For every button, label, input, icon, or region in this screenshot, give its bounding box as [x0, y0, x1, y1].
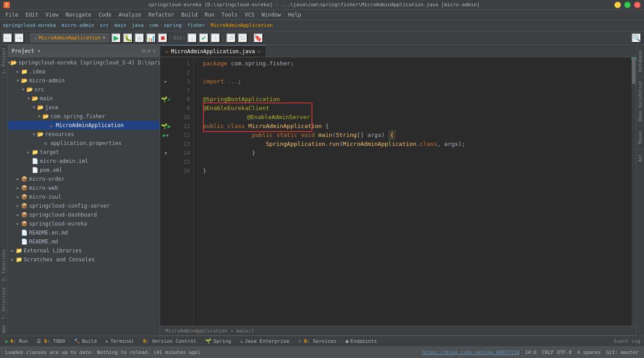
close-button[interactable]: ✕	[634, 2, 640, 8]
minimize-button[interactable]: –	[615, 2, 621, 8]
csdn-url[interactable]: https://blog.csdn.net/qq_40977118	[422, 349, 520, 355]
tree-item-springcloud-config-server[interactable]: ▶ 📦 springcloud-config-server	[8, 201, 160, 210]
menu-item-analyze[interactable]: Analyze	[115, 11, 145, 19]
nav-item-microadminapplication[interactable]: MicroAdminApplication	[210, 22, 273, 28]
tree-item-micro-admin-iml[interactable]: 📄 micro-admin.iml	[8, 157, 160, 166]
tree-item-java[interactable]: ▼ 📂 java	[8, 103, 160, 112]
tree-item-micro-web[interactable]: ▶ 📦 micro-web	[8, 183, 160, 192]
nav-item-main[interactable]: main	[114, 22, 126, 28]
tree-item-main[interactable]: ▼ 📂 main	[8, 94, 160, 103]
menu-item-window[interactable]: Window	[258, 11, 284, 19]
database-panel-tab[interactable]: Database	[638, 47, 643, 75]
favorites-tab[interactable]: 2: Favorites	[0, 247, 7, 284]
nav-item-src[interactable]: src	[100, 22, 109, 28]
indent-spaces[interactable]: 4 spaces	[577, 349, 601, 355]
spring-tab[interactable]: 🌱 Spring	[203, 337, 233, 345]
menu-item-help[interactable]: Help	[285, 11, 305, 19]
tree-item-readme[interactable]: 📄 README.md	[8, 237, 160, 246]
undo-button[interactable]: ↺	[226, 33, 236, 43]
git-commit[interactable]: ✔	[199, 33, 209, 43]
run-icon-11[interactable]: ▶	[168, 123, 171, 129]
scroll-thumb[interactable]	[632, 57, 636, 84]
run-tab[interactable]: ▶ 4: Run	[4, 337, 29, 345]
code-editor[interactable]: package com.spring.fisher; import ...; @…	[194, 57, 631, 326]
version-control-tab[interactable]: 9: Version Control	[141, 337, 198, 345]
git-push[interactable]: ↑	[210, 33, 220, 43]
git-branch[interactable]: Git: master	[606, 349, 639, 355]
cursor-position[interactable]: 14:6	[525, 349, 537, 355]
nav-item-springcloudeureka[interactable]: springcloud-eureka	[3, 22, 56, 28]
tree-item-springcloud-eureka-mod[interactable]: ▶ 📦 springcloud-eureka	[8, 219, 160, 228]
run-configuration[interactable]: ☕ MicroAdminApplication ▼	[30, 34, 109, 42]
build-tab[interactable]: 🔨 Build	[72, 337, 98, 345]
tree-item-springcloud-dashboard[interactable]: ▶ 📦 springcloud-dashboard	[8, 210, 160, 219]
run-icon-12[interactable]: ▶	[163, 132, 166, 138]
menu-item-code[interactable]: Code	[95, 11, 115, 19]
structure-tab[interactable]: 7: Structure	[0, 285, 7, 322]
bean-validation-panel-tab[interactable]: Bean Validation	[638, 77, 643, 125]
tree-item-idea[interactable]: ▶ 📁 .idea	[8, 67, 160, 76]
menu-item-view[interactable]: View	[42, 11, 62, 19]
tree-item-pom-xml[interactable]: 📄 pom.xml	[8, 166, 160, 175]
tree-item-readme-en[interactable]: 📄 README.en.md	[8, 228, 160, 237]
editor-scrollbar[interactable]	[631, 57, 636, 326]
menu-item-tools[interactable]: Tools	[218, 11, 241, 19]
project-close-icon[interactable]: ✕	[152, 47, 156, 54]
project-settings-icon[interactable]: ⊟	[142, 47, 146, 54]
tree-item-src[interactable]: ▼ 📂 src	[8, 85, 160, 94]
menu-item-build[interactable]: Build	[178, 11, 201, 19]
terminal-tab[interactable]: ▸ Terminal	[104, 337, 136, 345]
tree-item-application-properties[interactable]: ⚙ application.properties	[8, 139, 160, 148]
maximize-button[interactable]: □	[624, 2, 631, 8]
menu-item-navigate[interactable]: Navigate	[62, 11, 95, 19]
web-tab[interactable]: Web	[0, 322, 7, 336]
fold-icon-12[interactable]: ▼	[166, 133, 169, 138]
redo-button[interactable]: ↻	[238, 33, 248, 43]
maven-panel-tab[interactable]: Maven	[638, 127, 643, 148]
menu-item-file[interactable]: File	[2, 11, 22, 19]
nav-item-spring[interactable]: spring	[164, 22, 182, 28]
java-enterprise-tab[interactable]: ☕ Java Enterprise	[238, 337, 291, 345]
tree-item-MicroAdminApplication[interactable]: ☕ MicroAdminApplication	[8, 121, 160, 130]
run-button[interactable]: ▶	[111, 33, 121, 43]
line-endings[interactable]: CRLF UTF-8	[542, 349, 572, 355]
editor-tab-active[interactable]: ☕ MicroAdminApplication.java ✕	[160, 45, 266, 57]
project-tab[interactable]: 1: Project	[0, 45, 7, 77]
stop-button[interactable]: ■	[158, 33, 168, 43]
ant-panel-tab[interactable]: Ant	[638, 150, 643, 166]
tree-item-micro-zuul[interactable]: ▶ 📦 micro-zuul	[8, 192, 160, 201]
tree-item-com-spring-fisher[interactable]: ▼ 📂 com.spring.fisher	[8, 112, 160, 121]
fold-icon-3[interactable]: ▶	[164, 79, 167, 84]
menu-item-vcs[interactable]: VCS	[241, 11, 258, 19]
tree-item-micro-admin[interactable]: ▼ 📂 micro-admin	[8, 76, 160, 85]
tree-item-scratches[interactable]: ▶ 📁 Scratches and Consoles	[8, 255, 160, 264]
endpoints-tab[interactable]: ◉ Endpoints	[344, 337, 379, 345]
menu-item-edit[interactable]: Edit	[22, 11, 42, 19]
nav-item-java[interactable]: java	[132, 22, 144, 28]
todo-tab[interactable]: ☰ 6: TODO	[35, 337, 67, 345]
nav-item-fisher[interactable]: fisher	[187, 22, 205, 28]
tree-item-micro-order[interactable]: ▶ 📦 micro-order	[8, 175, 160, 183]
tree-item-resources[interactable]: ▼ 📂 resources	[8, 130, 160, 139]
tree-item-springcloud-eureka-root[interactable]: ▼ 📂 springcloud-eureka [springcloud_3-4]…	[8, 58, 160, 67]
nav-item-microadmin[interactable]: micro-admin	[62, 22, 94, 28]
menu-item-refactor[interactable]: Refactor	[145, 11, 178, 19]
search-button[interactable]: 🔍	[631, 33, 641, 43]
services-tab[interactable]: ⚡ 8: Services	[296, 337, 338, 345]
bookmark-button[interactable]: 🔖	[253, 33, 263, 43]
tree-item-ext-libs[interactable]: ▶ 📁 External Libraries	[8, 246, 160, 255]
tree-item-target[interactable]: ▶ 📁 target	[8, 148, 160, 157]
back-button[interactable]: ←	[3, 33, 13, 43]
git-update[interactable]: ↓	[187, 33, 197, 43]
tab-close-btn[interactable]: ✕	[257, 49, 260, 54]
nav-item-com[interactable]: com	[149, 22, 158, 28]
project-gear-icon[interactable]: ⚙	[147, 47, 151, 54]
menu-item-run[interactable]: Run	[201, 11, 218, 19]
event-log-btn[interactable]: Event Log	[614, 338, 640, 344]
debug-button[interactable]: 🐛	[123, 33, 133, 43]
fold-icon-14[interactable]: ▼	[164, 151, 167, 156]
profile-button[interactable]: 📊	[146, 33, 156, 43]
tree-arrow: ▶	[15, 69, 21, 74]
run-with-coverage[interactable]: ⊕	[135, 33, 144, 43]
forward-button[interactable]: →	[14, 33, 24, 43]
